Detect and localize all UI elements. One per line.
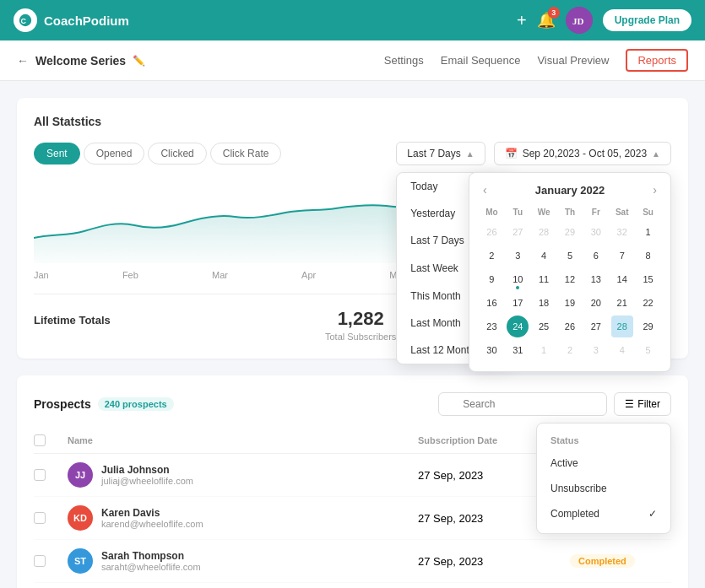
cal-header-fr: Fr: [583, 205, 608, 219]
lifetime-title: Lifetime Totals: [34, 314, 111, 326]
cal-day-1[interactable]: 1: [637, 221, 659, 243]
search-wrapper: 🔍: [438, 392, 607, 416]
row3-checkbox[interactable]: [34, 555, 68, 567]
cal-header-sat: Sat: [610, 205, 634, 219]
select-all-checkbox[interactable]: [34, 434, 46, 446]
cal-day-14[interactable]: 14: [611, 268, 633, 290]
cal-day-5b[interactable]: 5: [637, 339, 659, 361]
cal-day-3b[interactable]: 3: [585, 339, 607, 361]
date-filter-label: Sep 20,2023 - Oct 05, 2023: [523, 148, 647, 159]
cal-day-17[interactable]: 17: [507, 292, 529, 314]
cal-header-mo: Mo: [480, 205, 504, 219]
back-button[interactable]: ←: [17, 54, 29, 67]
stat-tabs: Sent Opened Clicked Click Rate: [34, 143, 281, 165]
top-header: C CoachPodium + 🔔 3 Upgrade Plan: [0, 0, 705, 40]
filter-button[interactable]: ☰ Filter: [614, 392, 671, 416]
status-option-active[interactable]: Active: [537, 450, 670, 476]
cal-day-31a[interactable]: 32: [611, 221, 633, 243]
cal-day-25[interactable]: 25: [533, 316, 555, 337]
prospects-count-badge: 240 prospects: [98, 397, 174, 411]
row3-date: 27 Sep, 2023: [418, 555, 570, 568]
notification-icon[interactable]: 🔔 3: [537, 11, 556, 30]
cal-day-31[interactable]: 31: [507, 339, 529, 361]
cal-day-27b[interactable]: 27: [585, 316, 607, 337]
table-row: ST Sarah Thompson saraht@wheeloflife.com…: [34, 540, 671, 583]
cal-day-29[interactable]: 29: [637, 316, 659, 337]
add-icon[interactable]: +: [517, 11, 527, 30]
prospects-title: Prospects 240 prospects: [34, 397, 174, 411]
sub-header: ← Welcome Series ✏️ Settings Email Seque…: [0, 40, 705, 81]
search-input[interactable]: [438, 392, 607, 416]
cal-day-24[interactable]: 24: [507, 316, 529, 337]
cal-day-12[interactable]: 12: [559, 268, 581, 290]
tab-opened[interactable]: Opened: [84, 143, 145, 165]
cal-day-2b[interactable]: 2: [559, 339, 581, 361]
row1-checkbox-input[interactable]: [34, 469, 46, 481]
tab-email-sequence[interactable]: Email Sequence: [441, 51, 521, 70]
cal-day-18[interactable]: 18: [533, 292, 555, 314]
time-dropdown-wrapper: Last 7 Days ▲ Today Yesterday Last 7 Day…: [396, 142, 485, 165]
upgrade-button[interactable]: Upgrade Plan: [603, 9, 691, 31]
cal-day-6[interactable]: 6: [585, 245, 607, 267]
cal-day-20[interactable]: 20: [585, 292, 607, 314]
cal-day-11[interactable]: 11: [533, 268, 555, 290]
cal-day-23[interactable]: 23: [480, 316, 502, 337]
cal-day-29a[interactable]: 29: [559, 221, 581, 243]
cal-day-2[interactable]: 2: [480, 245, 502, 267]
cal-day-30[interactable]: 30: [480, 339, 502, 361]
cal-day-16[interactable]: 16: [480, 292, 502, 314]
status-dropdown: Status Active Unsubscribe Completed ✓: [536, 423, 671, 534]
prospects-controls: 🔍 ☰ Filter Status Active: [438, 392, 671, 416]
cal-day-3[interactable]: 3: [507, 245, 529, 267]
cal-day-19[interactable]: 19: [559, 292, 581, 314]
cal-day-28[interactable]: 28: [611, 316, 633, 337]
calendar-next-button[interactable]: ›: [649, 183, 660, 197]
row1-checkbox[interactable]: [34, 469, 68, 481]
cal-day-4b[interactable]: 4: [611, 339, 633, 361]
row2-checkbox-input[interactable]: [34, 512, 46, 524]
cal-day-7[interactable]: 7: [611, 245, 633, 267]
tab-clicked[interactable]: Clicked: [148, 143, 206, 165]
row1-name-cell: JJ Julia Johnson juliaj@wheeloflife.com: [68, 462, 418, 488]
tab-reports[interactable]: Reports: [626, 49, 688, 72]
cal-day-22[interactable]: 22: [637, 292, 659, 314]
date-filter-button[interactable]: 📅 Sep 20,2023 - Oct 05, 2023 ▲: [494, 142, 671, 165]
cal-day-28a[interactable]: 28: [533, 221, 555, 243]
cal-day-26b[interactable]: 26: [559, 316, 581, 337]
cal-day-15[interactable]: 15: [637, 268, 659, 290]
time-filter-button[interactable]: Last 7 Days ▲: [396, 142, 485, 165]
cal-day-30a[interactable]: 30: [585, 221, 607, 243]
status-option-unsubscribe[interactable]: Unsubscribe: [537, 476, 670, 501]
tab-sent[interactable]: Sent: [34, 143, 80, 165]
tab-settings[interactable]: Settings: [384, 51, 424, 70]
cal-day-26a[interactable]: 26: [480, 221, 502, 243]
row3-checkbox-input[interactable]: [34, 555, 46, 567]
cal-day-1b[interactable]: 1: [533, 339, 555, 361]
subscribers-value: 1,282: [325, 308, 396, 330]
calendar-prev-button[interactable]: ‹: [480, 183, 491, 197]
cal-day-10[interactable]: 10: [507, 268, 529, 290]
cal-day-4[interactable]: 4: [533, 245, 555, 267]
row1-avatar: JJ: [68, 462, 93, 488]
status-dropdown-title: Status: [537, 430, 670, 450]
tab-click-rate[interactable]: Click Rate: [210, 143, 282, 165]
cal-day-13[interactable]: 13: [585, 268, 607, 290]
logo-icon: C: [14, 8, 37, 32]
cal-day-27a[interactable]: 27: [507, 221, 529, 243]
row2-checkbox[interactable]: [34, 512, 68, 524]
col-name-header: Name: [68, 435, 418, 445]
edit-icon[interactable]: ✏️: [133, 55, 145, 67]
cal-day-8[interactable]: 8: [637, 245, 659, 267]
avatar[interactable]: [566, 7, 593, 34]
tab-visual-preview[interactable]: Visual Preview: [537, 51, 609, 70]
cal-day-21[interactable]: 21: [611, 292, 633, 314]
header-actions: + 🔔 3 Upgrade Plan: [517, 7, 691, 34]
main-content: All Statstics Sent Opened Clicked Click …: [0, 81, 705, 588]
row2-name: Karen Davis: [101, 507, 203, 519]
filter-label: Filter: [637, 398, 660, 410]
cal-header-th: Th: [558, 205, 583, 219]
cal-day-9[interactable]: 9: [480, 268, 502, 290]
row2-info: Karen Davis karend@wheeloflife.com: [101, 507, 203, 529]
status-option-completed[interactable]: Completed ✓: [537, 501, 670, 526]
cal-day-5[interactable]: 5: [559, 245, 581, 267]
